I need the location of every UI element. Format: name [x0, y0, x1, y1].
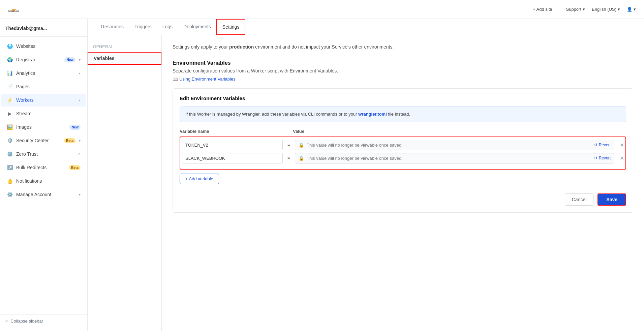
- lock-icon: 🔒: [299, 143, 304, 148]
- sidebar-item-label: Zero Trust: [16, 151, 74, 157]
- revert-button-2[interactable]: ↺ Revert: [594, 156, 611, 160]
- globe-icon: 🌐: [7, 43, 13, 49]
- zero-trust-icon: ⚙️: [7, 151, 13, 157]
- chevron-down-icon: ▾: [618, 7, 620, 12]
- new-badge: New: [69, 125, 81, 130]
- using-env-variables-link[interactable]: 📖 Using Environment Variables: [173, 77, 236, 82]
- collapse-label: Collapse sidebar: [10, 319, 43, 324]
- tab-triggers[interactable]: Triggers: [129, 19, 157, 35]
- remove-var-button-1[interactable]: ✕: [620, 142, 624, 148]
- sidebar-item-label: Analytics: [16, 70, 75, 76]
- cancel-button[interactable]: Cancel: [565, 193, 594, 206]
- notifications-icon: 🔔: [7, 178, 13, 184]
- sidebar-item-label: Workers: [16, 97, 75, 103]
- external-link-icon: ↗: [78, 152, 81, 156]
- equals-sign: =: [285, 142, 292, 148]
- variable-rows-container: = 🔒 This value will no longer be viewabl…: [180, 137, 626, 170]
- revert-icon: ↺: [594, 143, 597, 147]
- sidebar-item-zero-trust[interactable]: ⚙️ Zero Trust ↗: [1, 148, 86, 160]
- sidebar-item-stream[interactable]: ▶ Stream: [1, 107, 86, 120]
- sidebar-item-label: Registrar: [16, 57, 61, 62]
- sidebar-item-bulk-redirects[interactable]: ↗️ Bulk Redirects Beta: [1, 161, 86, 174]
- top-header: CLOUDFLARE + Add site Support ▾ English …: [0, 0, 644, 19]
- sidebar-item-label: Stream: [16, 111, 81, 116]
- logo: CLOUDFLARE: [8, 3, 20, 16]
- pages-icon: 📄: [7, 84, 13, 90]
- var-value-display-1: 🔒 This value will no longer be viewable …: [295, 140, 614, 150]
- collapse-sidebar-button[interactable]: « Collapse sidebar: [0, 314, 87, 327]
- registrar-icon: 🌍: [7, 57, 13, 63]
- language-button[interactable]: English (US) ▾: [592, 7, 620, 12]
- sidebar-item-label: Bulk Redirects: [16, 165, 66, 170]
- revert-icon: ↺: [594, 156, 597, 160]
- variable-row-2: = 🔒 This value will no longer be viewabl…: [182, 153, 624, 163]
- stream-icon: ▶: [7, 111, 13, 117]
- chevron-down-icon: ▾: [583, 7, 585, 12]
- add-variable-button[interactable]: + Add variable: [180, 174, 219, 184]
- chevron-down-icon: ▾: [79, 71, 81, 75]
- chevron-down-icon: ▾: [79, 139, 81, 143]
- sidebar-item-notifications[interactable]: 🔔 Notifications: [1, 175, 86, 187]
- bulk-redirects-icon: ↗️: [7, 164, 13, 171]
- account-button[interactable]: 👤 ▾: [627, 7, 636, 12]
- new-badge: New: [64, 57, 75, 62]
- lock-icon: 🔒: [299, 156, 304, 161]
- header-divider: [559, 6, 559, 13]
- collapse-icon: «: [5, 319, 8, 324]
- analytics-icon: 📊: [7, 70, 13, 76]
- sidebar: Thed3vlab@gma... 🌐 Websites 🌍 Registrar …: [0, 19, 88, 331]
- content-area: Resources Triggers Logs Deployments Sett…: [88, 19, 644, 331]
- settings-layout: General Variables Settings only apply to…: [88, 35, 644, 331]
- sidebar-item-label: Pages: [16, 84, 81, 89]
- sidebar-item-label: Websites: [16, 43, 81, 49]
- book-icon: 📖: [173, 77, 178, 82]
- main-layout: Thed3vlab@gma... 🌐 Websites 🌍 Registrar …: [0, 19, 644, 331]
- security-icon: 🛡️: [7, 138, 13, 144]
- sidebar-item-workers[interactable]: ⚡ Workers ▾: [1, 94, 86, 107]
- sidebar-item-analytics[interactable]: 📊 Analytics ▾: [1, 67, 86, 80]
- chevron-down-icon: ▾: [79, 58, 81, 62]
- var-name-header: Variable name: [180, 129, 281, 134]
- manage-account-icon: ⚙️: [7, 191, 13, 198]
- value-header: Value: [293, 129, 626, 134]
- sidebar-item-label: Images: [16, 124, 66, 130]
- save-button[interactable]: Save: [597, 193, 626, 206]
- edit-env-title: Edit Environment Variables: [180, 95, 626, 101]
- tab-logs[interactable]: Logs: [157, 19, 178, 35]
- settings-main-content: Settings only apply to your production e…: [162, 35, 644, 331]
- var-name-input-1[interactable]: [182, 140, 283, 150]
- cloudflare-logo-icon: CLOUDFLARE: [8, 3, 20, 16]
- beta-badge: Beta: [64, 138, 75, 143]
- support-button[interactable]: Support ▾: [566, 7, 585, 12]
- workers-icon: ⚡: [7, 97, 13, 103]
- settings-nav-variables[interactable]: Variables: [88, 52, 161, 65]
- sidebar-item-label: Notifications: [16, 178, 81, 184]
- remove-var-button-2[interactable]: ✕: [620, 155, 624, 161]
- add-site-button[interactable]: + Add site: [533, 7, 552, 12]
- sidebar-item-label: Security Center: [16, 138, 61, 143]
- variable-headers: Variable name Value: [180, 129, 626, 134]
- settings-description: Settings only apply to your production e…: [173, 43, 633, 51]
- sidebar-item-registrar[interactable]: 🌍 Registrar New ▾: [1, 53, 86, 66]
- tab-deployments[interactable]: Deployments: [178, 19, 216, 35]
- tab-bar: Resources Triggers Logs Deployments Sett…: [88, 19, 644, 35]
- account-name: Thed3vlab@gma...: [0, 23, 87, 37]
- env-variables-section: Environment Variables Separate configura…: [173, 60, 633, 88]
- images-icon: 🖼️: [7, 124, 13, 130]
- revert-button-1[interactable]: ↺ Revert: [594, 143, 611, 147]
- chevron-down-icon: ▾: [634, 7, 636, 12]
- chevron-down-icon: ▾: [79, 98, 81, 102]
- var-name-input-2[interactable]: [182, 153, 283, 163]
- sidebar-item-images[interactable]: 🖼️ Images New: [1, 121, 86, 133]
- env-section-subtitle: Separate configuration values from a Wor…: [173, 68, 633, 73]
- sidebar-item-security-center[interactable]: 🛡️ Security Center Beta ▾: [1, 134, 86, 147]
- settings-section-general-title: General: [88, 42, 161, 52]
- sidebar-item-manage-account[interactable]: ⚙️ Manage Account ▾: [1, 188, 86, 201]
- settings-nav-sidebar: General Variables: [88, 35, 162, 331]
- sidebar-item-pages[interactable]: 📄 Pages: [1, 80, 86, 93]
- sidebar-item-websites[interactable]: 🌐 Websites: [1, 40, 86, 53]
- tab-settings[interactable]: Settings: [216, 19, 246, 35]
- header-actions: + Add site Support ▾ English (US) ▾ 👤 ▾: [533, 6, 636, 13]
- action-buttons: Cancel Save: [180, 191, 626, 206]
- tab-resources[interactable]: Resources: [96, 19, 129, 35]
